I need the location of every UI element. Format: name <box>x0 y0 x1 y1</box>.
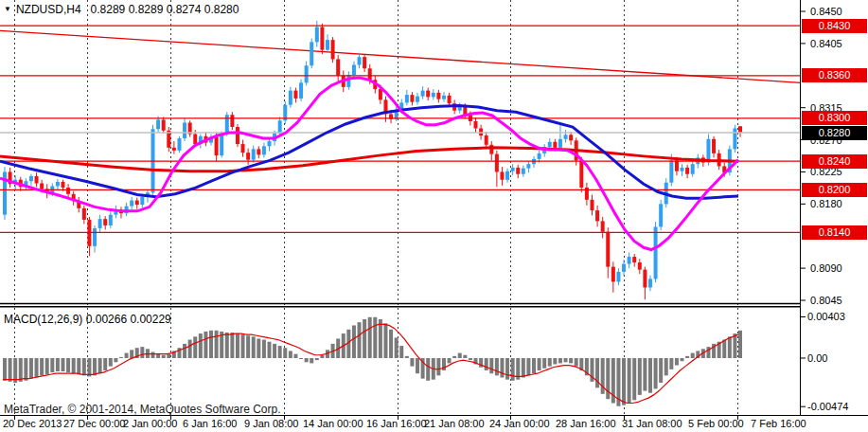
candle-body <box>548 142 552 147</box>
macd-histogram-bar <box>495 358 499 375</box>
candle-body <box>320 27 324 50</box>
candle-body <box>601 221 605 231</box>
macd-histogram-bar <box>622 358 626 405</box>
time-axis-label: 16 Jan 16:00 <box>366 418 427 429</box>
time-axis-label: 14 Jan 00:00 <box>303 418 363 429</box>
candle-body <box>61 182 64 188</box>
macd-histogram-bar <box>569 358 573 363</box>
macd-histogram-bar <box>389 330 393 358</box>
candle-body <box>252 149 256 159</box>
macd-indicator-label: MACD(12,26,9) 0.00266 0.00229 <box>4 313 171 326</box>
macd-histogram-bar <box>648 358 652 393</box>
time-axis-label: 31 Jan 08:00 <box>622 418 682 429</box>
candle-body <box>241 144 245 153</box>
candle-body <box>230 115 234 127</box>
macd-histogram-bar <box>109 358 113 367</box>
macd-histogram-bar <box>114 358 117 362</box>
candle-body <box>675 160 679 171</box>
candle-body <box>590 200 593 210</box>
candle-body <box>346 75 350 87</box>
macd-histogram-bar <box>293 354 297 358</box>
candle-body <box>611 267 615 282</box>
macd-histogram-bar <box>410 358 414 367</box>
candle-body <box>628 257 631 264</box>
macd-histogram-bar <box>485 358 488 370</box>
candle-body <box>40 183 44 189</box>
candle-body <box>172 148 176 151</box>
macd-histogram-bar <box>728 336 732 358</box>
current-price-badge: 0.8280 <box>802 126 867 140</box>
chart-plot-area[interactable] <box>0 0 868 432</box>
macd-histogram-bar <box>538 358 541 370</box>
candle-body <box>654 226 658 279</box>
macd-histogram-bar <box>733 333 736 358</box>
macd-histogram-bar <box>669 358 673 369</box>
price-level-badge: 0.8300 <box>802 111 867 125</box>
candle-body <box>220 134 223 155</box>
candle-body <box>93 228 97 246</box>
macd-histogram-bar <box>77 358 80 374</box>
candle-body <box>558 139 562 148</box>
macd-histogram-bar <box>3 358 7 381</box>
candle-body <box>511 168 515 171</box>
candle-body <box>379 89 382 99</box>
macd-histogram-bar <box>66 358 70 372</box>
candle-body <box>98 219 102 228</box>
candle-body <box>426 91 430 98</box>
macd-histogram-bar <box>564 358 568 362</box>
time-axis-label: 27 Dec 00:00 <box>63 418 125 429</box>
candle-body <box>495 154 499 172</box>
macd-histogram-bar <box>305 358 309 362</box>
candle-body <box>268 141 272 146</box>
time-axis-label: 7 Feb 16:00 <box>751 418 806 429</box>
macd-histogram-bar <box>542 358 546 369</box>
candle-body <box>526 164 530 169</box>
macd-histogram-bar <box>448 358 452 363</box>
candle-body <box>648 279 652 287</box>
macd-histogram-bar <box>299 358 303 359</box>
macd-histogram-bar <box>215 331 219 358</box>
copyright-text: MetaTrader, © 2001-2014, MetaQuotes Soft… <box>4 403 281 416</box>
macd-histogram-bar <box>654 358 658 388</box>
time-axis-label: 24 Jan 00:00 <box>489 418 550 429</box>
candle-body <box>352 64 356 75</box>
macd-histogram-bar <box>252 336 256 358</box>
candle-body <box>315 27 319 43</box>
candle-body <box>257 149 260 154</box>
macd-histogram-bar <box>9 358 12 382</box>
macd-histogram-bar <box>119 357 123 358</box>
candle-body <box>177 138 181 151</box>
chart-ohlc-values: 0.8289 0.8289 0.8274 0.8280 <box>91 3 239 16</box>
macd-histogram-bar <box>659 358 663 383</box>
candle-body <box>691 164 695 174</box>
candle-body <box>299 82 303 99</box>
macd-histogram-bar <box>257 338 260 358</box>
macd-histogram-bar <box>379 319 382 358</box>
symbol-dropdown-icon[interactable]: ▼ <box>4 5 11 13</box>
macd-histogram-bar <box>19 358 23 382</box>
candle-body <box>659 204 663 226</box>
candle-body <box>474 121 478 129</box>
candle-body <box>479 129 483 136</box>
candle-body <box>416 97 419 102</box>
macd-histogram-bar <box>458 353 462 358</box>
macd-histogram-bar <box>383 323 387 358</box>
candle-body <box>432 93 435 98</box>
candle-body <box>436 93 440 99</box>
macd-histogram-bar <box>395 337 399 358</box>
macd-histogram-bar <box>93 358 97 375</box>
descending-trendline[interactable] <box>0 30 801 82</box>
candle-body <box>225 115 229 134</box>
macd-histogram-bar <box>273 344 276 358</box>
macd-histogram-bar <box>283 348 287 358</box>
candle-body <box>606 232 610 267</box>
candle-body <box>669 160 673 182</box>
macd-histogram-bar <box>13 358 17 383</box>
macd-histogram-bar <box>363 319 366 358</box>
time-axis-label: 28 Jan 16:00 <box>556 418 616 429</box>
macd-histogram-bar <box>664 358 668 375</box>
macd-histogram-bar <box>35 358 39 378</box>
candle-body <box>733 129 736 150</box>
macd-histogram-bar <box>151 352 155 358</box>
macd-histogram-bar <box>416 358 419 373</box>
